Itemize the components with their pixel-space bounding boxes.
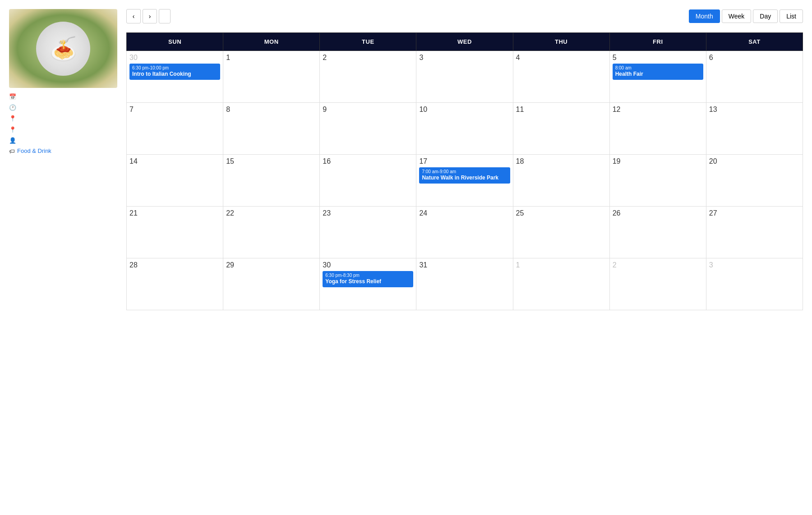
day-number: 7 [129, 106, 220, 114]
food-photo [9, 9, 117, 88]
calendar-area: ‹ › Month Week Day List SUN MON TUE WED [126, 9, 803, 310]
calendar-cell[interactable]: 9 [320, 103, 416, 155]
col-wed: WED [416, 33, 513, 51]
col-thu: THU [513, 33, 609, 51]
event-time: 7:00 am-9:00 am [422, 169, 507, 174]
day-number: 29 [226, 261, 317, 269]
day-number: 28 [129, 261, 220, 269]
page-wrapper: 📅 🕐 📍 📍 👤 🏷 Food & D [0, 0, 812, 319]
calendar-cell[interactable]: 2 [320, 51, 416, 103]
calendar-cell[interactable]: 20 [706, 155, 803, 207]
sidebar-category: 🏷 Food & Drink [9, 147, 117, 156]
day-number: 19 [613, 157, 703, 166]
calendar-cell[interactable]: 16 [320, 155, 416, 207]
day-number: 5 [613, 54, 703, 62]
calendar-cell[interactable]: 10 [416, 103, 513, 155]
day-number: 20 [709, 157, 800, 166]
event-time: 8:00 am [615, 65, 701, 70]
next-button[interactable]: › [143, 9, 157, 23]
calendar-cell[interactable]: 12 [609, 103, 706, 155]
event-block[interactable]: 6:30 pm-10:00 pmIntro to Italian Cooking [129, 64, 220, 80]
col-sun: SUN [127, 33, 223, 51]
clock-icon: 🕐 [9, 104, 16, 112]
event-block[interactable]: 7:00 am-9:00 amNature Walk in Riverside … [419, 167, 510, 184]
calendar-cell[interactable]: 1 [513, 258, 609, 310]
day-number: 30 [129, 54, 220, 62]
sidebar-organizer: 👤 [9, 136, 117, 145]
list-view-button[interactable]: List [780, 9, 803, 23]
nav-controls: ‹ › [126, 9, 171, 23]
category-icon: 🏷 [9, 147, 15, 156]
day-number: 22 [226, 209, 317, 217]
day-number: 21 [129, 209, 220, 217]
calendar-cell[interactable]: 25 [513, 207, 609, 258]
calendar-cell[interactable]: 7 [127, 103, 223, 155]
day-number: 8 [226, 106, 317, 114]
col-fri: FRI [609, 33, 706, 51]
calendar-cell[interactable]: 11 [513, 103, 609, 155]
calendar-cell[interactable]: 27 [706, 207, 803, 258]
calendar-cell[interactable]: 13 [706, 103, 803, 155]
day-number: 12 [613, 106, 703, 114]
day-number: 11 [516, 106, 607, 114]
calendar-cell[interactable]: 21 [127, 207, 223, 258]
calendar-cell[interactable]: 15 [223, 155, 320, 207]
day-number: 30 [323, 261, 413, 269]
calendar-cell[interactable]: 28 [127, 258, 223, 310]
week-view-button[interactable]: Week [722, 9, 752, 23]
day-number: 14 [129, 157, 220, 166]
calendar-cell[interactable]: 22 [223, 207, 320, 258]
calendar-cell[interactable]: 8 [223, 103, 320, 155]
day-number: 31 [419, 261, 510, 269]
calendar-cell[interactable]: 2 [609, 258, 706, 310]
calendar-cell[interactable]: 6 [706, 51, 803, 103]
day-number: 1 [226, 54, 317, 62]
calendar-cell[interactable]: 177:00 am-9:00 amNature Walk in Riversid… [416, 155, 513, 207]
calendar-cell[interactable]: 29 [223, 258, 320, 310]
calendar-cell[interactable]: 14 [127, 155, 223, 207]
event-time: 6:30 pm-10:00 pm [132, 65, 217, 70]
day-number: 16 [323, 157, 413, 166]
event-image [9, 9, 117, 88]
calendar-cell[interactable]: 306:30 pm-10:00 pmIntro to Italian Cooki… [127, 51, 223, 103]
calendar-cell[interactable]: 31 [416, 258, 513, 310]
event-name: Health Fair [615, 71, 701, 78]
calendar-cell[interactable]: 19 [609, 155, 706, 207]
day-number: 27 [709, 209, 800, 217]
calendar-cell[interactable]: 3 [706, 258, 803, 310]
calendar-header: ‹ › Month Week Day List [126, 9, 803, 23]
sidebar-time: 🕐 [9, 103, 117, 112]
calendar-cell[interactable]: 1 [223, 51, 320, 103]
day-number: 3 [419, 54, 510, 62]
day-number: 3 [709, 261, 800, 269]
month-view-button[interactable]: Month [689, 9, 720, 23]
event-block[interactable]: 8:00 amHealth Fair [613, 64, 703, 80]
location-pin-icon: 📍 [9, 126, 16, 134]
day-number: 2 [613, 261, 703, 269]
day-view-button[interactable]: Day [753, 9, 778, 23]
day-header-row: SUN MON TUE WED THU FRI SAT [127, 33, 803, 51]
event-time: 6:30 pm-8:30 pm [325, 273, 411, 278]
calendar-cell[interactable]: 3 [416, 51, 513, 103]
calendar-cell[interactable]: 306:30 pm-8:30 pmYoga for Stress Relief [320, 258, 416, 310]
day-number: 6 [709, 54, 800, 62]
calendar-cell[interactable]: 23 [320, 207, 416, 258]
calendar-week-row: 2829306:30 pm-8:30 pmYoga for Stress Rel… [127, 258, 803, 310]
calendar-cell[interactable]: 24 [416, 207, 513, 258]
calendar-cell[interactable]: 18 [513, 155, 609, 207]
event-name: Nature Walk in Riverside Park [422, 175, 507, 182]
calendar-cell[interactable]: 4 [513, 51, 609, 103]
event-block[interactable]: 6:30 pm-8:30 pmYoga for Stress Relief [323, 271, 413, 287]
day-number: 26 [613, 209, 703, 217]
event-sidebar: 📅 🕐 📍 📍 👤 🏷 Food & D [9, 9, 117, 310]
day-number: 18 [516, 157, 607, 166]
day-number: 13 [709, 106, 800, 114]
view-controls: Month Week Day List [689, 9, 803, 23]
category-link[interactable]: Food & Drink [17, 147, 51, 154]
today-button[interactable] [159, 9, 171, 23]
calendar-cell[interactable]: 26 [609, 207, 706, 258]
prev-button[interactable]: ‹ [126, 9, 141, 23]
calendar-cell[interactable]: 58:00 amHealth Fair [609, 51, 706, 103]
day-number: 10 [419, 106, 510, 114]
col-tue: TUE [320, 33, 416, 51]
